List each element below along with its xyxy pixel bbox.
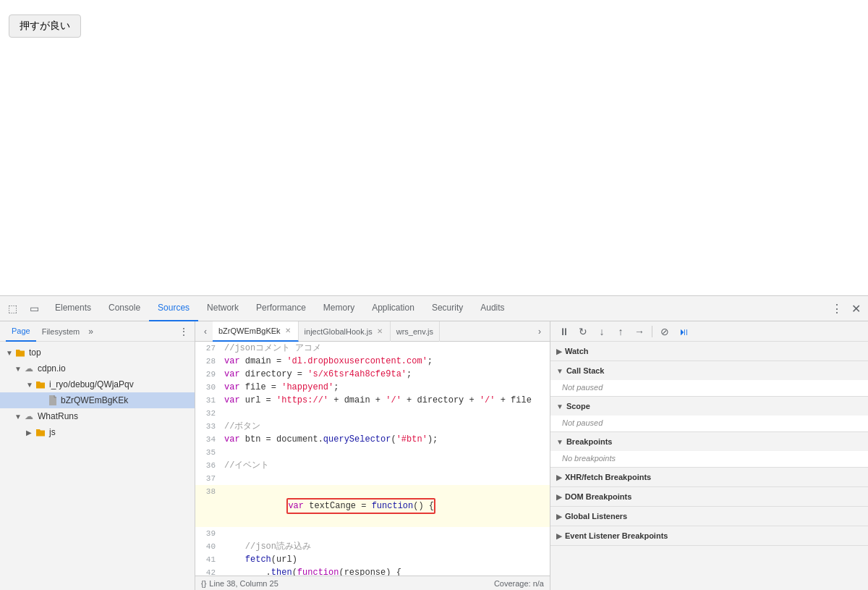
line-num-32: 32 [195, 407, 221, 420]
tab-application[interactable]: Application [363, 296, 423, 321]
watch-section: ▶ Watch [550, 342, 868, 361]
tree-item-top[interactable]: ▼ top [0, 345, 195, 361]
device-icon[interactable]: ▭ [25, 299, 43, 318]
tree-item-whatruns[interactable]: ▼ ☁ WhatRuns [0, 408, 195, 424]
step-icon[interactable]: → [631, 324, 647, 340]
dom-breakpoints-label: DOM Breakpoints [565, 492, 631, 501]
tab-security[interactable]: Security [423, 296, 472, 321]
line-num-38: 38 [195, 485, 221, 498]
file-tab-next-icon[interactable]: › [532, 324, 547, 339]
cloud-icon-cdpn: ☁ [23, 363, 35, 374]
sidebar-menu-icon[interactable]: ⋮ [179, 326, 189, 337]
tree-arrow-cdpn: ▼ [14, 365, 23, 373]
sidebar-more-icon[interactable]: » [88, 326, 93, 337]
breakpoints-header[interactable]: ▼ Breakpoints [550, 432, 868, 451]
call-stack-arrow-icon: ▼ [556, 367, 563, 375]
sidebar-tab-page[interactable]: Page [6, 321, 36, 342]
watch-arrow-icon: ▶ [556, 347, 562, 355]
scope-status: Not paused [562, 418, 603, 427]
tree-item-cdpn[interactable]: ▼ ☁ cdpn.io [0, 361, 195, 376]
event-listener-arrow-icon: ▶ [556, 532, 562, 540]
code-line-27: 27 //jsonコメント アコメ [195, 342, 550, 355]
line-num-29: 29 [195, 368, 221, 381]
code-line-35: 35 [195, 446, 550, 459]
sidebar-header: Page Filesystem » ⋮ [0, 321, 195, 342]
file-tab-2[interactable]: injectGlobalHook.js ✕ [299, 321, 391, 342]
global-listeners-label: Global Listeners [565, 512, 627, 521]
tree-item-debug[interactable]: ▼ i_ryo/debug/QWjaPqv [0, 376, 195, 392]
line-num-40: 40 [195, 540, 221, 553]
dom-breakpoints-header[interactable]: ▶ DOM Breakpoints [550, 487, 868, 506]
global-listeners-header[interactable]: ▶ Global Listeners [550, 507, 868, 526]
tree-arrow-top: ▼ [6, 349, 14, 357]
tree-item-js[interactable]: ▶ js [0, 424, 195, 440]
step-into-icon[interactable]: ↓ [594, 324, 610, 340]
line-content-40: //json読み込み [221, 540, 550, 553]
pause-icon[interactable]: ⏸ [556, 324, 572, 340]
folder-icon-js [35, 426, 46, 438]
line-content-31: var url = 'https://' + dmain + '/' + dir… [221, 394, 550, 407]
sidebar-tab-filesystem[interactable]: Filesystem [36, 321, 86, 342]
line-content-36: //イベント [221, 459, 550, 472]
right-panel: ⏸ ↻ ↓ ↑ → ⊘ ⏯ ▶ Watch ▼ Call Sta [550, 321, 868, 590]
tree-label-js: js [49, 427, 56, 437]
line-content-42: .then(function(response) { [221, 566, 550, 576]
xhr-breakpoints-header[interactable]: ▶ XHR/fetch Breakpoints [550, 468, 868, 486]
code-line-36: 36 //イベント [195, 459, 550, 472]
file-tab-1-label: bZrQWEmBgKEk [218, 326, 281, 335]
scope-arrow-icon: ▼ [556, 403, 563, 410]
tab-sources[interactable]: Sources [149, 296, 198, 321]
tree-label-cdpn: cdpn.io [38, 363, 66, 374]
file-tab-prev-icon[interactable]: ‹ [198, 324, 213, 339]
line-num-28: 28 [195, 355, 221, 368]
line-content-29: var directory = 's/x6tsr4ah8cfe9ta'; [221, 368, 550, 381]
tab-console[interactable]: Console [100, 296, 149, 321]
tab-audits[interactable]: Audits [472, 296, 513, 321]
line-num-42: 42 [195, 566, 221, 576]
inspect-icon[interactable]: ⬚ [3, 299, 22, 318]
page-button[interactable]: 押すが良い [9, 14, 81, 38]
breakpoints-content: No breakpoints [550, 451, 868, 467]
file-tab-2-close[interactable]: ✕ [375, 327, 384, 335]
tree-item-file1[interactable]: bZrQWEmBgKEk [0, 392, 195, 408]
async-call-icon[interactable]: ⏯ [676, 324, 692, 340]
folder-icon-debug [35, 379, 46, 390]
more-tabs-icon[interactable]: ⋮ [827, 299, 846, 318]
line-num-31: 31 [195, 394, 221, 407]
line-content-33: //ボタン [221, 420, 550, 433]
cloud-icon-whatruns: ☁ [23, 410, 35, 422]
watch-section-header[interactable]: ▶ Watch [550, 342, 868, 361]
file-tab-1-close[interactable]: ✕ [284, 326, 292, 334]
line-num-39: 39 [195, 527, 221, 540]
deactivate-breakpoints-icon[interactable]: ⊘ [657, 324, 673, 340]
xhr-arrow-icon: ▶ [556, 473, 562, 481]
breakpoints-section: ▼ Breakpoints No breakpoints [550, 432, 868, 468]
close-devtools-icon[interactable]: ✕ [846, 299, 865, 318]
code-editor[interactable]: 27 //jsonコメント アコメ 28 var dmain = 'dl.dro… [195, 342, 550, 576]
code-line-32: 32 [195, 407, 550, 420]
step-out-icon[interactable]: ↑ [613, 324, 629, 340]
file-tab-3[interactable]: wrs_env.js [391, 321, 440, 342]
file-tab-3-label: wrs_env.js [396, 327, 433, 336]
tab-elements[interactable]: Elements [46, 296, 100, 321]
xhr-breakpoints-section: ▶ XHR/fetch Breakpoints [550, 468, 868, 487]
step-over-icon[interactable]: ↻ [575, 324, 591, 340]
dom-arrow-icon: ▶ [556, 493, 562, 501]
status-left: {} Line 38, Column 25 [201, 579, 278, 588]
line-num-35: 35 [195, 446, 221, 459]
call-stack-header[interactable]: ▼ Call Stack [550, 361, 868, 380]
curly-brace-icon[interactable]: {} [201, 579, 206, 588]
tab-network[interactable]: Network [198, 296, 247, 321]
tree-label-debug: i_ryo/debug/QWjaPqv [49, 379, 134, 389]
tree-label-whatruns: WhatRuns [38, 411, 78, 421]
code-line-42: 42 .then(function(response) { [195, 566, 550, 576]
line-content-32 [221, 407, 550, 420]
event-listener-header[interactable]: ▶ Event Listener Breakpoints [550, 526, 868, 545]
devtools-icons: ⬚ ▭ [3, 299, 43, 318]
tab-memory[interactable]: Memory [315, 296, 363, 321]
scope-header[interactable]: ▼ Scope [550, 397, 868, 416]
code-line-39: 39 [195, 527, 550, 540]
tree-label-top: top [29, 347, 41, 358]
file-tab-1[interactable]: bZrQWEmBgKEk ✕ [213, 321, 299, 342]
tab-performance[interactable]: Performance [247, 296, 315, 321]
